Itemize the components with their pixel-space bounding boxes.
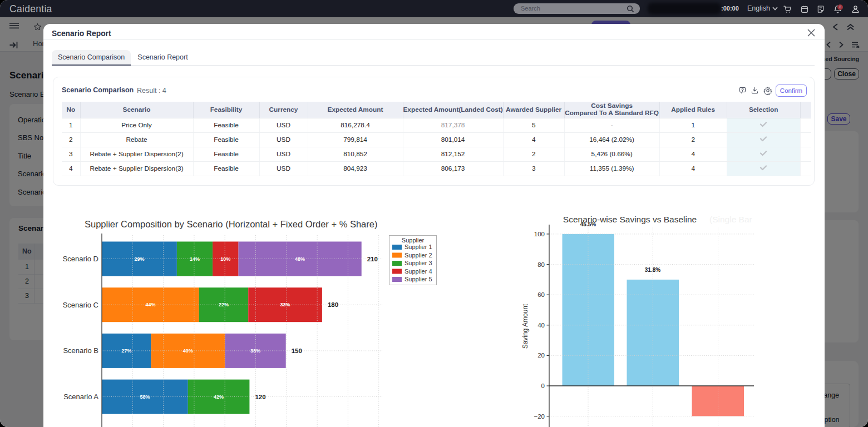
svg-text:27%: 27%: [121, 348, 131, 354]
svg-text:Scenario D: Scenario D: [63, 255, 98, 263]
svg-text:44%: 44%: [145, 302, 155, 307]
svg-text:Scenario B: Scenario B: [63, 346, 98, 355]
svg-text:Saving Amount: Saving Amount: [521, 304, 529, 349]
svg-text:31.8%: 31.8%: [645, 267, 660, 273]
svg-text:80: 80: [537, 261, 545, 268]
svg-text:40%: 40%: [183, 348, 193, 354]
svg-text:33%: 33%: [250, 348, 260, 354]
svg-text:33%: 33%: [280, 302, 290, 307]
svg-text:40: 40: [537, 322, 545, 329]
svg-text:Supplier 2: Supplier 2: [405, 252, 432, 259]
svg-text:29%: 29%: [134, 256, 144, 262]
svg-text:Scenario A: Scenario A: [63, 393, 98, 401]
svg-text:(Single Bar: (Single Bar: [709, 215, 752, 224]
svg-text:60: 60: [537, 291, 545, 298]
svg-text:Supplier 5: Supplier 5: [405, 276, 432, 282]
svg-text:14%: 14%: [190, 256, 200, 262]
svg-text:210: 210: [367, 256, 378, 262]
svg-text:10%: 10%: [220, 256, 230, 262]
svg-text:Supplier 1: Supplier 1: [405, 244, 432, 250]
svg-text:22%: 22%: [219, 302, 229, 307]
svg-text:Supplier 4: Supplier 4: [405, 268, 432, 275]
svg-text:100: 100: [534, 231, 545, 237]
svg-text:180: 180: [328, 301, 338, 308]
svg-text:42%: 42%: [214, 394, 224, 400]
svg-text:Supplier Composition by Scenar: Supplier Composition by Scenario (Horizo…: [85, 219, 377, 229]
svg-text:20: 20: [537, 352, 545, 359]
svg-text:Supplier 3: Supplier 3: [405, 260, 432, 266]
svg-text:Scenario C: Scenario C: [63, 301, 98, 309]
svg-text:Scenario-wise Savings vs Basel: Scenario-wise Savings vs Baseline: [563, 215, 697, 224]
svg-text:0: 0: [541, 383, 545, 389]
svg-text:−20: −20: [534, 413, 545, 420]
svg-text:120: 120: [255, 394, 265, 400]
svg-text:48%: 48%: [295, 256, 305, 262]
svg-text:Supplier: Supplier: [402, 237, 425, 244]
svg-text:58%: 58%: [140, 394, 150, 400]
svg-text:150: 150: [292, 347, 302, 354]
